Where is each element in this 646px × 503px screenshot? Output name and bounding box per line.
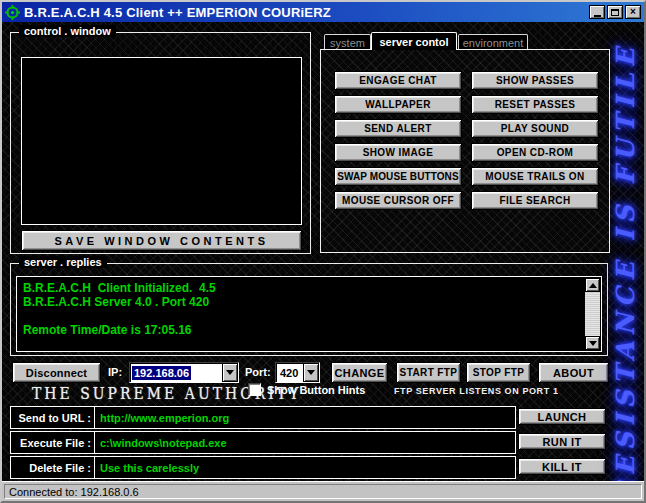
show-button-hints-checkbox[interactable] [248, 383, 261, 396]
chevron-down-icon [307, 370, 315, 375]
server-control-panel: ENGAGE CHAT SHOW PASSES WALLPAPER RESET … [320, 49, 610, 253]
minimize-icon [594, 15, 601, 17]
execute-file-row: Execute File : c:\windows\notepad.exe [10, 431, 516, 454]
reset-passes-button[interactable]: RESET PASSES [471, 95, 599, 114]
show-image-button[interactable]: SHOW IMAGE [334, 143, 462, 162]
wallpaper-button[interactable]: WALLPAPER [334, 95, 462, 114]
delete-file-label: Delete File : [11, 457, 95, 478]
window-title: B.R.E.A.C.H 4.5 Client ++ EMPERiON COURi… [24, 5, 589, 20]
execute-file-label: Execute File : [11, 432, 95, 453]
file-search-button[interactable]: FILE SEARCH [471, 191, 599, 210]
tab-server-contol[interactable]: server contol [371, 32, 457, 50]
tab-system[interactable]: system [324, 34, 371, 50]
crosshair-icon [5, 5, 20, 20]
server-replies-group: server . replies B.R.E.A.C.H Client Init… [10, 263, 608, 356]
minimize-button[interactable] [589, 5, 605, 19]
port-combobox[interactable]: 420 [275, 362, 320, 383]
close-icon: × [630, 7, 636, 17]
launch-button[interactable]: LAUNCH [518, 408, 606, 425]
delete-file-input[interactable]: Use this carelessly [95, 462, 515, 474]
stop-ftp-button[interactable]: STOP FTP [466, 362, 531, 383]
mouse-cursor-off-button[interactable]: MOUSE CURSOR OFF [334, 191, 462, 210]
change-button[interactable]: CHANGE [331, 362, 388, 383]
server-replies-text: B.R.E.A.C.H Client Initialized. 4.5 B.R.… [17, 281, 583, 351]
tab-environment[interactable]: environment [458, 34, 528, 50]
engage-chat-button[interactable]: ENGAGE CHAT [334, 71, 462, 90]
ip-value: 192.168.06 [132, 366, 191, 380]
scroll-down-button[interactable] [585, 336, 600, 350]
execute-file-input[interactable]: c:\windows\notepad.exe [95, 437, 515, 449]
send-to-url-label: Send to URL : [11, 407, 95, 428]
scroll-up-button[interactable] [585, 278, 600, 292]
chevron-down-icon [226, 370, 234, 375]
send-to-url-row: Send to URL : http://www.emperion.org [10, 406, 516, 429]
send-to-url-input[interactable]: http://www.emperion.org [95, 412, 515, 424]
show-button-hints-label: Show Button Hints [267, 384, 365, 396]
ftp-port-note: FTP SERVER LISTENS ON PORT 1 [394, 386, 559, 396]
server-replies-listbox[interactable]: B.R.E.A.C.H Client Initialized. 4.5 B.R.… [16, 276, 602, 352]
chevron-down-icon [589, 341, 597, 346]
reply-line: Remote Time/Date is 17:05.16 [17, 323, 583, 337]
close-button[interactable]: × [625, 5, 641, 19]
app-window: B.R.E.A.C.H 4.5 Client ++ EMPERiON COURi… [0, 0, 646, 503]
start-ftp-button[interactable]: START FTP [396, 362, 461, 383]
maximize-icon [611, 9, 619, 16]
reply-line [17, 309, 583, 323]
control-window-group: control . window SAVE WINDOW CONTENTS [10, 32, 311, 254]
port-value: 420 [278, 366, 300, 380]
ip-combobox[interactable]: 192.168.06 [129, 362, 239, 383]
reply-line: B.R.E.A.C.H Server 4.0 . Port 420 [17, 295, 583, 309]
open-cdrom-button[interactable]: OPEN CD-ROM [471, 143, 599, 162]
disconnect-button[interactable]: Disconnect [12, 362, 101, 383]
run-it-button[interactable]: RUN IT [518, 433, 606, 450]
play-sound-button[interactable]: PLAY SOUND [471, 119, 599, 138]
replies-scrollbar[interactable] [585, 278, 600, 350]
server-replies-label: server . replies [19, 256, 107, 268]
show-passes-button[interactable]: SHOW PASSES [471, 71, 599, 90]
control-window-label: control . window [19, 25, 116, 37]
port-label: Port: [245, 366, 271, 378]
maximize-button[interactable] [607, 5, 623, 19]
ip-dropdown-button[interactable] [222, 363, 238, 382]
status-text: Connected to: 192.168.0.6 [4, 484, 642, 499]
watermark-text: RESISTANCE IS FUTILE [607, 60, 643, 484]
swap-mouse-buttons-button[interactable]: SWAP MOUSE BUTTONS [334, 167, 462, 186]
title-bar[interactable]: B.R.E.A.C.H 4.5 Client ++ EMPERiON COURi… [2, 2, 644, 22]
mouse-trails-on-button[interactable]: MOUSE TRAILS ON [471, 167, 599, 186]
about-button[interactable]: ABOUT [538, 362, 609, 383]
save-window-contents-button[interactable]: SAVE WINDOW CONTENTS [21, 230, 302, 251]
kill-it-button[interactable]: KILL IT [518, 458, 606, 475]
status-bar: Connected to: 192.168.0.6 [2, 481, 644, 501]
chevron-up-icon [589, 283, 597, 288]
port-dropdown-button[interactable] [303, 363, 319, 382]
send-alert-button[interactable]: SEND ALERT [334, 119, 462, 138]
reply-line: B.R.E.A.C.H Client Initialized. 4.5 [17, 281, 583, 295]
delete-file-row: Delete File : Use this carelessly [10, 456, 516, 479]
control-window-listbox[interactable] [21, 57, 302, 225]
client-area: control . window SAVE WINDOW CONTENTS sy… [2, 22, 644, 481]
ip-label: IP: [108, 366, 122, 378]
